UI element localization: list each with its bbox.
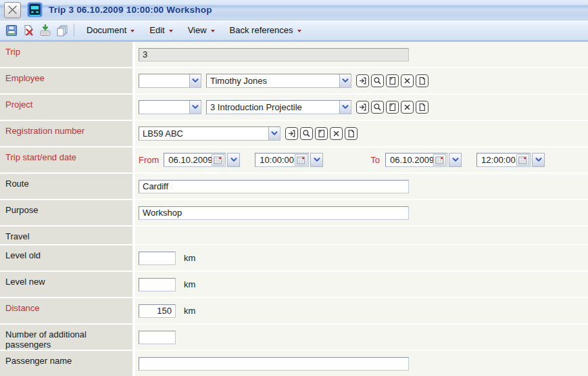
chevron-down-icon <box>452 158 459 162</box>
level-old-field[interactable] <box>139 252 176 265</box>
passenger-name-label: Passenger name <box>0 351 132 376</box>
calendar-icon <box>297 156 305 164</box>
menu-document[interactable]: Document <box>79 22 142 39</box>
employee-new-button[interactable] <box>416 74 428 87</box>
delete-document-button[interactable] <box>20 22 36 39</box>
page-pattern-icon <box>317 129 326 138</box>
form-row-purpose: Purpose <box>0 200 588 225</box>
check-in-button[interactable] <box>36 22 53 39</box>
form-row-employee: Employee Timothy Jones <box>0 68 588 93</box>
calendar-icon <box>214 156 222 164</box>
chevron-down-icon <box>297 30 301 32</box>
jump-to-icon <box>358 103 367 112</box>
chevron-down-icon[interactable] <box>339 101 351 114</box>
from-date-dropdown-button[interactable] <box>227 153 240 167</box>
new-page-icon <box>418 76 426 85</box>
save-button[interactable] <box>3 22 20 39</box>
employee-name-value: Timothy Jones <box>207 74 339 87</box>
to-date-dropdown-button[interactable] <box>449 153 462 167</box>
level-old-label: Level old <box>0 245 132 271</box>
project-code-combobox[interactable] <box>139 100 201 114</box>
form-row-trip: Trip <box>0 42 588 67</box>
from-time-calendar-button[interactable] <box>295 154 308 166</box>
chevron-down-icon[interactable] <box>339 74 351 87</box>
registration-combobox[interactable]: LB59 ABC <box>139 126 280 141</box>
to-date-field[interactable]: 06.10.2009 <box>385 153 447 167</box>
project-jump-to-button[interactable] <box>356 101 369 114</box>
project-new-button[interactable] <box>416 101 428 114</box>
distance-unit: km <box>184 306 195 316</box>
form-row-passenger-name: Passenger name <box>0 351 588 376</box>
level-new-field[interactable] <box>139 278 176 291</box>
employee-label: Employee <box>0 68 132 93</box>
form-row-level-old: Level old km <box>0 245 588 271</box>
employee-code-combobox[interactable] <box>139 74 201 88</box>
from-date-field[interactable]: 06.10.2009 <box>164 153 226 167</box>
purpose-field[interactable] <box>139 206 409 220</box>
trip-label: Trip <box>0 42 132 67</box>
level-old-unit: km <box>184 253 195 263</box>
to-time-calendar-button[interactable] <box>516 154 529 166</box>
chevron-down-icon[interactable] <box>268 127 280 140</box>
employee-search-button[interactable] <box>371 74 384 87</box>
menu-back-references-label: Back references <box>230 25 293 35</box>
employee-name-combobox[interactable]: Timothy Jones <box>206 74 351 88</box>
level-new-unit: km <box>184 279 195 289</box>
passenger-name-field[interactable] <box>139 357 409 371</box>
toolbar: Document Edit View Back references <box>0 20 588 40</box>
new-page-icon <box>418 103 426 112</box>
project-search-button[interactable] <box>371 101 384 114</box>
project-list-values-button[interactable] <box>386 101 399 114</box>
route-label: Route <box>0 174 132 199</box>
employee-clear-button[interactable] <box>401 74 414 87</box>
chevron-down-icon <box>535 158 542 162</box>
form-row-registration: Registration number LB59 ABC <box>0 121 588 146</box>
chevron-down-icon[interactable] <box>189 101 201 114</box>
page-pattern-icon <box>388 76 397 85</box>
copy-button[interactable] <box>53 22 70 39</box>
close-button[interactable] <box>4 2 21 18</box>
chevron-down-icon <box>230 158 237 162</box>
to-date-calendar-button[interactable] <box>433 154 446 166</box>
project-name-combobox[interactable]: 3 Introduction Projectile <box>206 100 351 114</box>
route-field[interactable] <box>139 180 409 193</box>
close-icon <box>7 4 18 16</box>
chevron-down-icon <box>169 30 173 32</box>
form-row-travel: Travel <box>0 227 588 244</box>
from-time-field[interactable]: 10:00:00 <box>255 153 309 167</box>
jump-to-icon <box>287 129 296 138</box>
jump-to-icon <box>358 76 367 85</box>
form-row-level-new: Level new km <box>0 272 588 297</box>
dates-label: Trip start/end date <box>0 147 132 172</box>
registration-new-button[interactable] <box>345 127 358 140</box>
menu-view-label: View <box>188 25 207 35</box>
from-time-dropdown-button[interactable] <box>310 153 323 167</box>
employee-jump-to-button[interactable] <box>356 74 369 87</box>
registration-clear-button[interactable] <box>330 127 343 140</box>
from-date-calendar-button[interactable] <box>212 154 224 166</box>
passengers-field[interactable] <box>139 331 176 344</box>
clear-x-icon <box>403 76 412 85</box>
to-time-field[interactable]: 12:00:00 <box>476 153 531 167</box>
distance-field[interactable] <box>139 304 176 318</box>
form-row-project: Project 3 Introduction Projectile <box>0 95 588 120</box>
delete-document-icon <box>22 24 34 37</box>
chevron-down-icon[interactable] <box>189 74 201 87</box>
registration-list-values-button[interactable] <box>315 127 328 140</box>
to-label: To <box>370 155 380 165</box>
to-time-dropdown-button[interactable] <box>532 153 545 167</box>
menu-view[interactable]: View <box>180 22 222 39</box>
menu-edit-label: Edit <box>149 25 164 35</box>
chevron-down-icon <box>130 30 134 32</box>
chevron-down-icon <box>211 30 215 32</box>
registration-jump-to-button[interactable] <box>285 127 298 140</box>
employee-list-values-button[interactable] <box>386 74 399 87</box>
registration-search-button[interactable] <box>300 127 313 140</box>
from-time-value: 10:00:00 <box>255 155 295 165</box>
project-clear-button[interactable] <box>401 101 414 114</box>
menu-edit[interactable]: Edit <box>142 22 180 39</box>
clear-x-icon <box>332 129 341 138</box>
search-icon <box>302 129 311 138</box>
distance-label: Distance <box>0 298 132 323</box>
menu-back-references[interactable]: Back references <box>222 22 309 39</box>
